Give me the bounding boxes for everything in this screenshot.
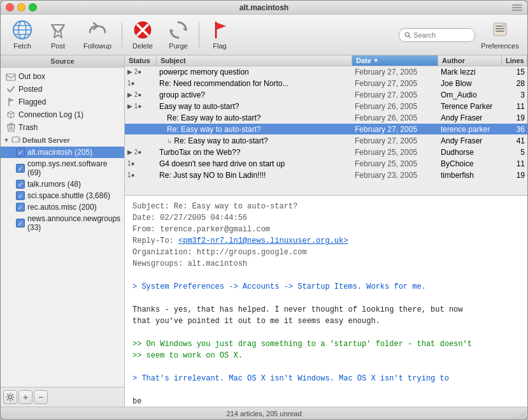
msg-lines: 11 [502,159,527,168]
svg-rect-16 [6,74,15,80]
msg-date: February 25, 2005 [352,159,438,168]
svg-rect-13 [496,28,504,29]
checkbox-rec-autos-misc: ✓ [16,203,25,212]
table-row[interactable]: 1● Re: Just say NO to Bin Ladin!!!! Febr… [125,170,527,181]
msg-date: February 27, 2005 [352,79,438,88]
status-text: 214 articles, 205 unread [226,410,301,417]
message-list-body: ▶ 2● powerpc memory question February 27… [125,66,527,195]
sidebar-item-alt-macintosh[interactable]: ✓ alt.macintosh (205) [1,147,124,158]
msg-subject: Re: Easy way to auto-start? [157,113,352,122]
purge-label: Purge [169,42,187,50]
search-input[interactable] [413,31,469,39]
sidebar-item-rec-autos-misc[interactable]: ✓ rec.autos.misc (200) [1,201,124,213]
trash-label: Trash [18,123,38,132]
col-header-status[interactable]: Status [125,55,157,66]
sci-space-shuttle-label: sci.space.shuttle (3,686) [27,191,110,200]
connection-log-icon [6,110,16,120]
sidebar-item-talk-rumors[interactable]: ✓ talk.rumors (48) [1,178,124,190]
fetch-button[interactable]: Fetch [6,18,39,52]
sidebar-item-trash[interactable]: Trash [1,121,124,134]
table-row[interactable]: ↳ Re: Easy way to auto-start? February 2… [125,135,527,147]
flag-button[interactable]: Flag [203,18,236,52]
trash-icon [6,122,16,133]
sidebar-item-connection-log[interactable]: Connection Log (1) [1,108,124,121]
resize-grip[interactable] [517,409,526,418]
msg-subject: G4 doesn't see hard drive on start up [157,159,352,168]
table-row[interactable]: ▶ 2● group active? February 27, 2005 Om_… [125,89,527,101]
table-row[interactable]: 1● G4 doesn't see hard drive on start up… [125,158,527,170]
message-area: Status Subject Date ▼ Author Lines ▶ 2● … [125,55,527,407]
talk-rumors-label: talk.rumors (48) [27,180,81,189]
disclosure-triangle: ▼ [3,137,10,143]
table-row[interactable]: ▶ 1● Easy way to auto-start? February 26… [125,101,527,112]
purge-button[interactable]: Purge [162,18,195,52]
preferences-label: Preferences [481,42,518,50]
preview-reply-to-link: <pm3f2-nr7.ln1@news.linuxuser.org.uk> [178,236,348,245]
preview-body-6: > That's irrelevant. Mac OS X isn't Wind… [132,374,449,383]
message-list: Status Subject Date ▼ Author Lines ▶ 2● … [125,55,527,196]
add-button[interactable]: + [18,390,32,404]
msg-date: February 27, 2005 [352,91,438,99]
checkbox-news-announce: ✓ [16,219,25,228]
table-row[interactable]: ▶ 2● powerpc memory question February 27… [125,66,527,78]
preview-content[interactable]: Subject: Re: Easy way to auto-start? Dat… [125,196,527,407]
post-icon [48,20,68,40]
preview-organization: Organization: http://groups.google.com [132,248,307,257]
table-row[interactable]: 1● Re: Need recommendation for Norto... … [125,78,527,89]
msg-lines: 41 [502,136,527,145]
sidebar-toolbar: + − [1,387,124,407]
table-row[interactable]: ▶ 2● TurboTax on the Web?? February 25, … [125,147,527,158]
default-server-header[interactable]: ▼ Default Server [1,134,124,147]
preview-from: From: terence.parker@gmail.com [132,225,270,234]
msg-date: February 27, 2005 [352,136,438,145]
posted-label: Posted [18,85,42,94]
posted-icon [6,84,16,94]
search-box[interactable] [399,28,475,42]
preview-body-7: be [132,397,141,406]
msg-author: Terence Parker [438,102,502,111]
sidebar-item-flagged[interactable]: Flagged [1,96,124,108]
sidebar-item-sci-space-shuttle[interactable]: ✓ sci.space.shuttle (3,686) [1,190,124,201]
delete-button[interactable]: Delete [126,18,159,52]
sidebar: Source Out box [1,55,125,407]
svg-point-9 [405,33,409,36]
fetch-icon [12,20,32,40]
sidebar-item-outbox[interactable]: Out box [1,70,124,83]
preferences-button[interactable]: Preferences [478,20,522,50]
post-button[interactable]: Post [41,18,75,52]
sidebar-item-comp-sys-next[interactable]: ✓ comp.sys.next.software (69) [1,158,124,178]
msg-subject: Re: Need recommendation for Norto... [157,79,352,88]
msg-subject: Re: Easy way to auto-start? [157,125,352,134]
msg-status: 1● [125,160,157,167]
sidebar-item-posted[interactable]: Posted [1,83,124,96]
message-preview: Subject: Re: Easy way to auto-start? Dat… [125,196,527,407]
table-row[interactable]: Re: Easy way to auto-start? February 27,… [125,124,527,135]
col-header-lines[interactable]: Lines [502,55,527,66]
msg-lines: 3 [502,91,527,99]
table-row[interactable]: Re: Easy way to auto-start? February 26,… [125,112,527,124]
followup-button[interactable]: Followup [77,18,118,52]
msg-status: 1● [125,80,157,87]
followup-icon [87,20,108,40]
close-button[interactable] [6,3,14,11]
msg-author: Andy Fraser [438,113,502,122]
maximize-button[interactable] [29,3,37,11]
sort-arrow: ▼ [373,57,379,64]
minimize-button[interactable] [17,3,25,11]
col-header-subject[interactable]: Subject [157,55,352,66]
server-icon [11,135,20,145]
sidebar-item-news-announce[interactable]: ✓ news.announce.newgroups (33) [1,213,124,233]
msg-author: terence.parker [438,125,502,134]
preview-body-2: Thanks - yes, that has helped. I never t… [132,305,462,314]
msg-status: 1● [125,171,157,178]
svg-rect-14 [496,31,504,32]
msg-author: timberfish [438,171,502,180]
col-header-date[interactable]: Date ▼ [352,55,438,66]
news-announce-label: news.announce.newgroups (33) [27,214,122,232]
preview-reply-to-label: Reply-To: [132,236,178,245]
msg-lines: 11 [502,102,527,111]
gear-button[interactable] [3,390,17,404]
col-header-author[interactable]: Author [438,55,502,66]
post-label: Post [51,42,65,50]
remove-button[interactable]: − [34,390,48,404]
